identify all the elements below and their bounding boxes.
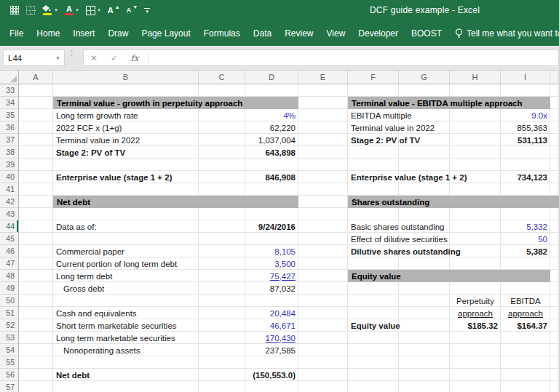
cell-B35[interactable]: Long term growth rate <box>53 109 199 121</box>
row-header-56[interactable]: 56 <box>0 369 19 381</box>
cell-F45[interactable]: Effect of dilutive securities <box>348 233 399 245</box>
column-header-B[interactable]: B <box>53 71 199 84</box>
select-all-button[interactable] <box>0 71 19 84</box>
tab-boost[interactable]: BOOST <box>411 28 442 39</box>
cell-B47[interactable]: Current portion of long term debt <box>53 257 199 270</box>
cell-B49[interactable]: Gross debt <box>53 282 199 295</box>
row-header-55[interactable]: 55 <box>0 356 19 369</box>
tab-view[interactable]: View <box>327 28 346 39</box>
cell-D51[interactable]: 20,484 <box>245 307 298 319</box>
column-header-I[interactable]: I <box>501 71 550 84</box>
cell-I52[interactable]: $164.37 <box>501 319 550 332</box>
cell-B44[interactable]: Data as of: <box>53 220 199 233</box>
cell-D46[interactable]: 8,105 <box>245 245 298 257</box>
cell-I35[interactable]: 9.0x <box>501 109 550 121</box>
row-header-35[interactable]: 35 <box>0 109 19 121</box>
cell-D48[interactable]: 75,427 <box>245 270 298 282</box>
cell-B52[interactable]: Short term marketable securities <box>53 319 199 332</box>
row-header-38[interactable]: 38 <box>0 146 19 159</box>
row-header-44[interactable]: 44 <box>0 220 19 233</box>
cancel-button[interactable]: ✕ <box>84 53 104 63</box>
cell-B36[interactable]: 2022 FCF x (1+g) <box>53 121 199 134</box>
tab-review[interactable]: Review <box>285 28 313 39</box>
row-header-43[interactable]: 43 <box>0 208 19 220</box>
row-header-34[interactable]: 34 <box>0 97 19 109</box>
cell-D44[interactable]: 9/24/2016 <box>245 220 298 233</box>
column-header-A[interactable]: A <box>19 71 53 84</box>
fill-color-button[interactable]: ▼ <box>42 5 58 15</box>
tab-home[interactable]: Home <box>36 28 60 39</box>
cell-I40[interactable]: 734,123 <box>501 171 550 183</box>
enter-button[interactable]: ✓ <box>104 53 124 63</box>
cell-D49[interactable]: 87,032 <box>245 282 298 295</box>
formula-input[interactable] <box>151 50 558 65</box>
formula-bar-handle[interactable]: ⁞ <box>71 52 73 55</box>
column-header-E[interactable]: E <box>298 71 348 84</box>
column-header-C[interactable]: C <box>199 71 245 84</box>
customize-qat-button[interactable]: ▼ <box>144 8 150 13</box>
row-header-40[interactable]: 40 <box>0 171 19 183</box>
cell-B37[interactable]: Terminal value in 2022 <box>53 134 199 146</box>
tell-me-box[interactable]: Tell me what you want to d <box>455 28 559 39</box>
cell-B48[interactable]: Long term debt <box>53 270 199 282</box>
row-header-49[interactable]: 49 <box>0 282 19 295</box>
section-header-net-debt[interactable]: Net debt <box>53 196 298 208</box>
decrease-font-button[interactable]: A ▼ <box>127 7 138 14</box>
row-header-33[interactable]: 33 <box>0 84 19 97</box>
cell-D40[interactable]: 846,908 <box>245 171 298 183</box>
cell-D35[interactable]: 4% <box>245 109 298 121</box>
cell-I36[interactable]: 855,363 <box>501 121 550 134</box>
cell-B46[interactable]: Commercial paper <box>53 245 199 257</box>
row-header-42[interactable]: 42 <box>0 196 19 208</box>
cell-D56[interactable]: (150,553.0) <box>245 369 298 381</box>
row-header-41[interactable]: 41 <box>0 183 19 196</box>
cell-D36[interactable]: 62,220 <box>245 121 298 134</box>
cell-F36[interactable]: Terminal value in 2022 <box>348 121 399 134</box>
cell-D53[interactable]: 170,430 <box>245 332 298 344</box>
insert-function-button[interactable]: fx <box>124 53 145 63</box>
row-header-54[interactable]: 54 <box>0 344 19 356</box>
cell-F46[interactable]: Dilutive shares outstanding <box>348 245 399 257</box>
tab-file[interactable]: File <box>9 28 23 39</box>
tab-developer[interactable]: Developer <box>358 28 398 39</box>
column-header-G[interactable]: G <box>399 71 450 84</box>
section-header-terminal-value-ebitda-multiple-approach[interactable]: Terminal value - EBITDA multiple approac… <box>348 97 550 109</box>
cell-B51[interactable]: Cash and equivalents <box>53 307 199 319</box>
cell-F52[interactable]: Equity value <box>348 319 399 332</box>
row-header-48[interactable]: 48 <box>0 270 19 282</box>
cell-H52[interactable]: $185.32 <box>450 319 501 332</box>
row-header-53[interactable]: 53 <box>0 332 19 344</box>
font-color-button[interactable]: A ▼ <box>65 5 79 15</box>
cell-I44[interactable]: 5,332 <box>501 220 550 233</box>
column-header-H[interactable]: H <box>450 71 501 84</box>
cell-F44[interactable]: Basic shares outstanding <box>348 220 399 233</box>
cell-B38[interactable]: Stage 2: PV of TV <box>53 146 199 159</box>
cell-B40[interactable]: Enterprise value (stage 1 + 2) <box>53 171 199 183</box>
row-header-37[interactable]: 37 <box>0 134 19 146</box>
tab-page-layout[interactable]: Page Layout <box>141 28 190 39</box>
tab-insert[interactable]: Insert <box>73 28 95 39</box>
cell-D52[interactable]: 46,671 <box>245 319 298 332</box>
cell-B53[interactable]: Long term marketable securities <box>53 332 199 344</box>
cell-B56[interactable]: Net debt <box>53 369 199 381</box>
cell-I37[interactable]: 531,113 <box>501 134 550 146</box>
grid-style-1-button[interactable] <box>10 6 20 15</box>
row-header-47[interactable]: 47 <box>0 257 19 270</box>
tab-draw[interactable]: Draw <box>108 28 128 39</box>
row-header-51[interactable]: 51 <box>0 307 19 319</box>
row-header-52[interactable]: 52 <box>0 319 19 332</box>
cell-H50[interactable]: Perpetuity <box>450 295 501 307</box>
cell-D37[interactable]: 1,037,004 <box>245 134 298 146</box>
row-header-36[interactable]: 36 <box>0 121 19 134</box>
column-header-partial[interactable] <box>550 71 559 84</box>
section-header-equity-value[interactable]: Equity value <box>348 270 550 282</box>
cell-D47[interactable]: 3,500 <box>245 257 298 270</box>
row-header-45[interactable]: 45 <box>0 233 19 245</box>
column-header-F[interactable]: F <box>348 71 399 84</box>
cell-H51[interactable]: approach <box>450 307 501 319</box>
section-header-terminal-value-growth-in-perpetuity-approach[interactable]: Terminal value - growth in perpetuity ap… <box>53 97 298 109</box>
cell-F35[interactable]: EBITDA multiple <box>348 109 399 121</box>
increase-font-button[interactable]: A ▲ <box>108 7 120 14</box>
row-header-50[interactable]: 50 <box>0 295 19 307</box>
column-header-D[interactable]: D <box>245 71 298 84</box>
